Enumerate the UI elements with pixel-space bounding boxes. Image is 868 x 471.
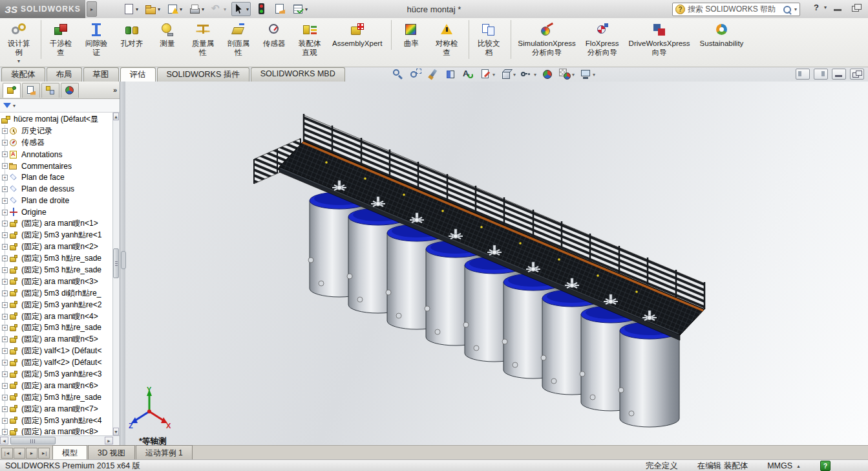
tree-item[interactable]: + (固定) valf<1> (Défaut< <box>0 345 113 357</box>
tree-expander[interactable]: + <box>2 163 8 169</box>
ribbon-button[interactable]: Sustainability <box>698 20 746 50</box>
tree-expander[interactable]: + <box>2 175 8 181</box>
graphics-viewport[interactable]: Y X Z *等轴测 <box>120 82 868 445</box>
tree-expander[interactable]: + <box>2 198 8 204</box>
tree-item[interactable]: + (固定) 5m3 h點re_sade <box>0 265 113 276</box>
titlebar-tool-button[interactable] <box>255 3 269 16</box>
tree-item[interactable]: + 传感器 <box>0 137 113 149</box>
tree-item[interactable]: + Plan de droite <box>0 195 113 206</box>
tree-expander[interactable]: + <box>2 325 8 331</box>
titlebar-tool-button[interactable] <box>273 3 287 16</box>
ribbon-button[interactable]: FloXpress 分析向导 <box>584 20 621 59</box>
tab-feature-tree[interactable] <box>3 83 21 98</box>
tree-expander[interactable]: + <box>2 151 8 157</box>
ribbon-button[interactable]: 传感器 <box>259 20 289 50</box>
view-tool-button[interactable] <box>579 68 595 81</box>
panel-splitter[interactable] <box>120 82 125 445</box>
view-tool-button[interactable] <box>409 68 422 81</box>
horizontal-scroll-thumb[interactable] <box>10 437 56 444</box>
titlebar-tool-button[interactable] <box>291 3 309 16</box>
restore-button[interactable] <box>850 3 863 12</box>
tree-expander[interactable]: + <box>2 221 8 226</box>
tree-item[interactable]: + hücre montaj (Défaut<显 <box>0 114 113 126</box>
ribbon-button[interactable]: 对称检 查 <box>432 20 461 59</box>
solidworks-logo[interactable]: ЗS SOLIDWORKS <box>0 0 85 18</box>
search-icon[interactable] <box>783 5 792 14</box>
view-tool-button[interactable] <box>479 68 495 81</box>
right-pane-toggle-icon[interactable] <box>814 69 828 80</box>
minimize-button[interactable] <box>832 3 845 12</box>
ribbon-button[interactable]: AssemblyXpert <box>330 20 384 50</box>
search-input[interactable]: 搜索 SOLIDWORKS 帮助 <box>688 4 780 15</box>
ribbon-button[interactable]: 质量属 性 <box>188 20 218 59</box>
tree-item[interactable]: + (固定) 5m3 h點re_sade <box>0 322 113 334</box>
tree-expander[interactable]: + <box>2 302 8 308</box>
status-help-icon[interactable]: ? <box>820 461 831 471</box>
tree-expander[interactable]: + <box>2 418 8 424</box>
ribbon-button[interactable]: 测量 <box>153 20 182 50</box>
left-pane-toggle-icon[interactable] <box>796 69 810 80</box>
view-tool-button[interactable] <box>427 68 439 81</box>
tree-item[interactable]: + (固定) ara man瞍n<3> <box>0 276 113 287</box>
view-tool-button[interactable] <box>520 68 536 81</box>
ribbon-button[interactable]: 设计算 例 <box>4 20 34 65</box>
tree-expander[interactable]: + <box>2 210 8 215</box>
tree-item[interactable]: + (固定) 5m3 di鎖rh點re_ <box>0 287 113 299</box>
tree-expander[interactable]: + <box>2 314 8 320</box>
tree-expander[interactable]: + <box>2 140 8 146</box>
tree-expander[interactable]: + <box>2 290 8 296</box>
document-restore-icon[interactable] <box>850 69 864 80</box>
command-tab[interactable]: SOLIDWORKS 插件 <box>157 67 249 82</box>
previous-tab-icon[interactable]: ◄ <box>14 448 25 459</box>
tree-item[interactable]: + Annotations <box>0 149 113 160</box>
tree-item[interactable]: + (固定) 5m3 yanh點re<3 <box>0 369 113 380</box>
ribbon-button[interactable]: 剖面属 性 <box>224 20 253 59</box>
tree-expander[interactable]: + <box>2 186 8 192</box>
tree-expander[interactable]: + <box>2 360 8 366</box>
next-tab-icon[interactable]: ► <box>26 448 37 459</box>
first-tab-icon[interactable]: |◄ <box>1 448 13 459</box>
tree-item[interactable]: + (固定) 5m3 yanh點re<2 <box>0 299 113 311</box>
tab-property-manager[interactable] <box>22 83 40 98</box>
help-dropdown-arrow[interactable]: ▾ <box>824 5 827 10</box>
ribbon-button[interactable]: 比较文 档 <box>469 20 503 59</box>
scroll-down-arrow[interactable]: ▼ <box>113 428 119 435</box>
tree-item[interactable]: + (固定) 5m3 yanh點re<1 <box>0 230 113 241</box>
view-tool-button[interactable] <box>558 68 575 81</box>
tree-item[interactable]: + Commentaires <box>0 160 113 172</box>
search-dropdown-arrow[interactable]: ▾ <box>794 6 797 12</box>
command-tab[interactable]: 装配体 <box>1 67 45 82</box>
tree-item[interactable]: + Plan de face <box>0 171 113 183</box>
tree-item[interactable]: + (固定) ara man瞍n<6> <box>0 380 113 391</box>
tree-expander[interactable]: + <box>2 383 8 389</box>
tree-horizontal-scrollbar[interactable]: ◄ ► <box>0 435 120 445</box>
units-selector[interactable]: MMGS ▲ <box>767 461 801 470</box>
menu-expand-arrow[interactable]: ▸ <box>87 1 97 17</box>
command-tab[interactable]: 布局 <box>47 67 82 82</box>
model-tab[interactable]: 模型 <box>52 445 87 460</box>
tree-item[interactable]: + (固定) 5m3 h點re_sade <box>0 391 113 403</box>
titlebar-tool-button[interactable] <box>209 3 228 16</box>
tree-expander[interactable]: + <box>2 267 8 273</box>
tree-vertical-scrollbar[interactable]: ▲ ▼ <box>112 113 120 435</box>
ribbon-button[interactable]: SimulationXpress 分析向导 <box>511 20 577 59</box>
tree-item[interactable]: + Plan de dessus <box>0 183 113 195</box>
titlebar-tool-button[interactable] <box>165 3 184 16</box>
view-tool-button[interactable] <box>500 68 516 81</box>
view-tool-button[interactable] <box>444 68 457 81</box>
tree-item[interactable]: + (固定) ara man瞍n<4> <box>0 311 113 322</box>
tab-configuration-manager[interactable] <box>41 83 59 98</box>
titlebar-tool-button[interactable] <box>122 3 140 16</box>
panel-overflow-chevron[interactable]: » <box>113 86 117 94</box>
tree-expander[interactable]: + <box>2 348 8 354</box>
tree-expander[interactable]: + <box>2 128 8 134</box>
ribbon-button[interactable]: 干涉检 查 <box>41 20 76 59</box>
ribbon-button[interactable]: 间隙验 证 <box>81 20 111 59</box>
model-tab[interactable]: 3D 视图 <box>88 445 135 460</box>
help-button[interactable]: ? <box>814 3 819 12</box>
view-tool-button[interactable] <box>392 68 405 81</box>
tab-display-manager[interactable] <box>61 83 79 98</box>
command-tab[interactable]: 草图 <box>83 67 119 82</box>
tree-expander[interactable]: + <box>2 279 8 285</box>
tree-item[interactable]: + (固定) 5m3 h點re_sade <box>0 253 113 265</box>
